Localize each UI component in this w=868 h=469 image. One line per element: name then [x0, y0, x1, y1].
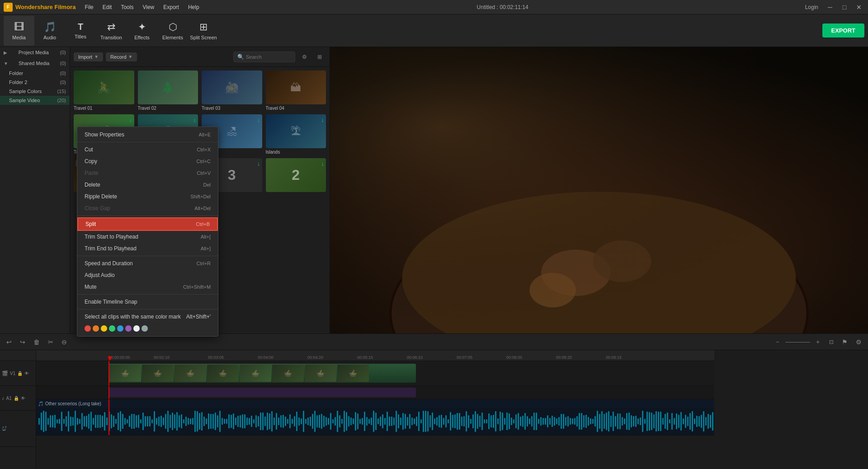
color-green[interactable]	[109, 325, 115, 332]
import-button[interactable]: Import ▼	[74, 52, 103, 61]
menu-help[interactable]: Help	[184, 3, 203, 11]
menu-export[interactable]: Export	[160, 3, 183, 11]
search-icon: 🔍	[237, 54, 244, 60]
eye-icon-a1[interactable]: 👁	[21, 396, 25, 401]
waveform-bar	[335, 417, 336, 426]
ctx-trim-end[interactable]: Trim End to Playhead Alt+]	[77, 243, 218, 254]
zoom-in-button[interactable]: ＋	[812, 337, 824, 347]
delete-clip-button[interactable]: 🗑	[31, 337, 42, 347]
waveform-bar	[160, 416, 162, 427]
tool-titles[interactable]: T Titles	[65, 16, 96, 46]
lock-icon-v1[interactable]: 🔒	[17, 371, 23, 376]
ripple-delete-button[interactable]: ⊖	[59, 337, 70, 347]
menu-edit[interactable]: Edit	[99, 3, 116, 11]
waveform-bar	[348, 416, 349, 427]
tool-split-screen[interactable]: ⊞ Split Screen	[188, 16, 219, 46]
menu-file[interactable]: File	[81, 3, 97, 11]
waveform-bar	[93, 418, 94, 424]
shared-media-header[interactable]: ▼ Shared Media (0)	[0, 58, 70, 69]
waveform-bar	[285, 417, 286, 426]
grid-view-button[interactable]: ⊞	[313, 51, 326, 63]
media-thumb-travel03[interactable]: 🚵	[202, 70, 262, 104]
ctx-show-properties[interactable]: Show Properties Alt+E	[77, 129, 218, 141]
waveform-bar	[50, 415, 51, 427]
ctx-adjust-audio[interactable]: Adjust Audio	[77, 269, 218, 281]
sample-colors-item[interactable]: Sample Colors (15)	[0, 87, 70, 96]
media-thumb-travel01[interactable]: 🚴	[74, 70, 134, 104]
markers-button[interactable]: ⚑	[839, 337, 850, 347]
ctx-mute[interactable]: Mute Ctrl+Shift+M	[77, 281, 218, 293]
fit-timeline-button[interactable]: ⊡	[826, 338, 836, 347]
waveform-bar	[696, 416, 698, 427]
waveform-bar	[165, 414, 166, 428]
ruler-ts-9: 00:08:20	[556, 355, 572, 360]
ctx-enable-snap[interactable]: Enable Timeline Snap	[77, 296, 218, 308]
waveform-bar	[47, 418, 49, 425]
ctx-trim-start[interactable]: Trim Start to Playhead Alt+[	[77, 231, 218, 243]
color-red[interactable]	[85, 325, 91, 332]
shared-media-section: ▼ Shared Media (0) Folder (0) Folder 2 (…	[0, 58, 70, 105]
color-purple[interactable]	[125, 325, 132, 332]
color-yellow[interactable]	[101, 325, 107, 332]
tracks-area[interactable]: 00:00:00:00 00:02:10 00:03:05 00:04:00 0…	[36, 350, 868, 469]
waveform-bar	[237, 416, 239, 427]
undo-button[interactable]: ↩	[4, 337, 14, 347]
effect-clip	[108, 388, 416, 397]
search-input[interactable]	[246, 54, 291, 60]
tool-media[interactable]: 🎞 Media	[4, 16, 34, 46]
tool-elements[interactable]: ⬡ Elements	[157, 16, 188, 46]
redo-button[interactable]: ↪	[17, 337, 28, 347]
waveform-bar	[520, 417, 521, 426]
eye-icon-v1[interactable]: 👁	[24, 371, 29, 376]
media-thumb-islands[interactable]: 🏝 ↓	[266, 114, 326, 148]
settings-button[interactable]: ⚙	[853, 337, 864, 347]
media-thumb-count2[interactable]: 2 ↓	[266, 158, 326, 192]
menu-view[interactable]: View	[139, 3, 158, 11]
media-label-travel03: Travel 03	[202, 106, 262, 111]
tool-effects[interactable]: ✦ Effects	[127, 16, 157, 46]
export-button[interactable]: EXPORT	[822, 23, 864, 38]
ctx-split[interactable]: Split Ctrl+B	[77, 217, 218, 231]
color-gray[interactable]	[142, 325, 148, 332]
project-media-header[interactable]: ▶ Project Media (0)	[0, 47, 70, 58]
waveform-bar	[192, 418, 193, 425]
waveform-bar	[457, 413, 458, 430]
waveform-bar	[303, 411, 304, 432]
sample-video-item[interactable]: Sample Video (20)	[0, 96, 70, 105]
tool-audio[interactable]: 🎵 Audio	[34, 16, 65, 46]
waveform-bar	[407, 417, 408, 426]
waveform-bar	[90, 412, 92, 431]
ctx-delete[interactable]: Delete Del	[77, 179, 218, 191]
ctx-speed-duration[interactable]: Speed and Duration Ctrl+R	[77, 258, 218, 269]
color-orange[interactable]	[93, 325, 99, 332]
media-thumb-travel02[interactable]: 🌲	[138, 70, 198, 104]
ctx-cut[interactable]: Cut Ctrl+X	[77, 144, 218, 155]
video-clip[interactable]: 🍲 🍲 🍲 🍲 🍲 🍲 🍲 🍲	[108, 364, 416, 383]
waveform-bar	[138, 415, 139, 428]
minimize-button[interactable]: ─	[825, 2, 835, 13]
maximize-button[interactable]: □	[839, 2, 850, 13]
ctx-copy[interactable]: Copy Ctrl+C	[77, 155, 218, 167]
record-button[interactable]: Record ▼	[106, 52, 137, 61]
lock-icon-a1[interactable]: 🔒	[14, 396, 19, 401]
menu-tools[interactable]: Tools	[117, 3, 137, 11]
media-thumb-travel04[interactable]: 🏔	[266, 70, 326, 104]
login-button[interactable]: Login	[802, 3, 821, 11]
waveform-bar	[633, 416, 634, 426]
split-button[interactable]: ✂	[45, 337, 56, 347]
ctx-ripple-delete[interactable]: Ripple Delete Shift+Del	[77, 191, 218, 202]
ctx-split-shortcut: Ctrl+B	[196, 221, 210, 227]
folder-item[interactable]: Folder (0)	[0, 69, 70, 78]
waveform-bar	[588, 417, 589, 425]
waveform-bar	[41, 413, 42, 430]
folder2-item[interactable]: Folder 2 (0)	[0, 78, 70, 87]
color-blue[interactable]	[117, 325, 123, 332]
color-white[interactable]	[133, 325, 140, 332]
ctx-select-color-shortcut: Alt+Shift+'	[186, 314, 211, 320]
close-button[interactable]: ✕	[854, 2, 864, 13]
zoom-out-button[interactable]: －	[772, 337, 783, 347]
tool-transition[interactable]: ⇄ Transition	[96, 16, 127, 46]
ctx-paste: Paste Ctrl+V	[77, 167, 218, 179]
filter-button[interactable]: ⚙	[298, 51, 311, 63]
waveform-bar	[515, 414, 517, 429]
